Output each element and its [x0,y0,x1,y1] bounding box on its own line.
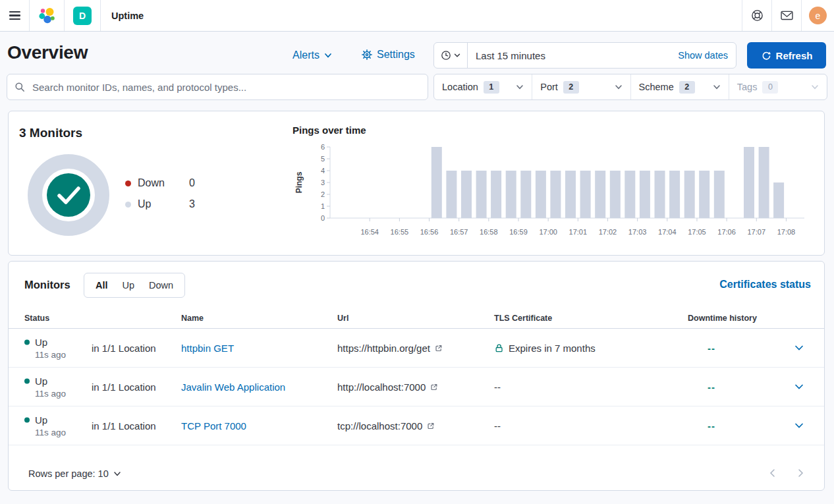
url-text: https://httpbin.org/get [337,343,430,354]
monitor-url-link[interactable]: http://localhost:7000 [337,381,438,393]
svg-text:16:59: 16:59 [509,228,528,236]
status-value: Up [35,376,47,387]
newsfeed-button[interactable] [772,0,801,31]
filter-label: Scheme [639,82,674,92]
legend-value: 3 [189,198,195,210]
legend-label: Up [138,198,189,210]
show-dates-link[interactable]: Show dates [674,49,736,61]
search-input[interactable] [31,81,420,94]
certificates-status-link[interactable]: Certificates status [719,279,811,291]
chevron-down-icon [516,83,524,91]
svg-text:1: 1 [321,202,325,210]
ping-bar [520,171,531,218]
rows-per-page-button[interactable]: Rows per page: 10 [24,468,125,480]
refresh-icon [761,51,771,61]
user-avatar[interactable]: e [809,7,827,24]
svg-text:17:02: 17:02 [599,228,617,236]
expand-row-button[interactable] [792,341,806,354]
ping-bar [491,171,501,218]
svg-text:16:56: 16:56 [420,228,439,236]
monitors-panel: Monitors AllUpDown Certificates status S… [8,261,825,491]
settings-button[interactable]: Settings [362,49,415,61]
svg-text:17:03: 17:03 [628,228,647,236]
ping-bar [476,171,487,218]
legend-item-down: Down0 [125,176,195,190]
svg-text:17:00: 17:00 [539,228,557,236]
ping-bar [744,147,754,218]
clock-icon [441,50,451,61]
filter-port[interactable]: Port2 [532,74,630,99]
ping-bar [773,182,784,218]
tab-down[interactable]: Down [142,280,181,291]
filter-count-badge: 2 [563,81,579,94]
svg-text:17:04: 17:04 [658,228,677,236]
ping-bar [669,171,680,218]
rows-per-page-label: Rows per page: 10 [28,468,109,479]
alerts-label: Alerts [292,49,320,61]
monitor-name-link[interactable]: httpbin GET [181,343,234,354]
tab-up[interactable]: Up [115,280,142,291]
status-value: Up [35,414,47,426]
filter-scheme[interactable]: Scheme2 [630,74,729,99]
quick-select-time-button[interactable] [434,43,468,68]
filter-location[interactable]: Location1 [434,74,532,99]
refresh-button[interactable]: Refresh [747,42,826,69]
chevron-down-icon [794,343,804,353]
status-cell: Up11s ago [24,337,66,360]
tls-certificate-cell: -- [494,381,501,393]
monitor-name-link[interactable]: Javalin Web Application [181,381,285,393]
expand-row-button[interactable] [792,419,806,432]
downtime-history-cell: -- [708,381,715,393]
filter-label: Location [442,82,478,92]
filter-tags[interactable]: Tags0 [729,74,827,99]
monitor-url-link[interactable]: tcp://localhost:7000 [337,420,435,432]
status-cell: Up11s ago [24,414,66,437]
chart-title: Pings over time [292,125,366,136]
search-box [7,74,428,100]
last-check-time: 11s ago [35,428,66,437]
tls-text: -- [494,420,501,432]
monitor-name-link[interactable]: TCP Port 7000 [181,420,246,432]
status-filter-tabs: AllUpDown [84,273,185,298]
monitors-count-title: 3 Monitors [19,126,82,140]
filter-label: Port [540,82,558,92]
legend-value: 0 [189,177,195,189]
ping-bar [625,171,635,218]
svg-text:17:08: 17:08 [777,228,796,236]
time-range-value[interactable]: Last 15 minutes [468,50,674,61]
deployment-badge[interactable]: D [65,0,100,31]
up-status-dot [24,378,30,383]
ping-bar [536,171,546,218]
gear-icon [362,49,372,60]
ping-bar [595,171,605,218]
chevron-down-icon [454,52,460,59]
svg-text:16:58: 16:58 [480,228,498,236]
chevron-down-icon [324,51,332,59]
svg-text:17:06: 17:06 [717,228,736,236]
status-cell: Up11s ago [24,376,66,399]
tab-all[interactable]: All [88,280,115,291]
chevron-down-icon [794,381,804,392]
external-link-icon [427,422,435,430]
menu-button[interactable] [0,0,29,31]
svg-text:3: 3 [321,179,325,186]
monitor-url-link[interactable]: https://httpbin.org/get [337,343,443,354]
elastic-logo[interactable] [30,0,64,31]
envelope-icon [781,11,793,20]
next-page-button[interactable] [794,466,807,480]
monitors-section-title: Monitors [24,279,70,291]
table-row: Up11s agoin 1/1 LocationTCP Port 7000tcp… [9,406,824,445]
url-text: tcp://localhost:7000 [337,420,422,432]
date-picker: Last 15 minutes Show dates [433,42,737,69]
location-cell: in 1/1 Location [92,381,156,393]
chevron-right-icon [795,468,806,478]
svg-text:16:57: 16:57 [450,228,468,236]
ping-bar [431,147,442,218]
alerts-dropdown-button[interactable]: Alerts [292,49,332,61]
uptime-app: D Uptime e Overview Alerts [0,0,834,504]
expand-row-button[interactable] [792,380,806,393]
ping-bar [610,171,621,218]
help-button[interactable] [742,0,771,31]
column-header-name: Name [181,314,204,323]
previous-page-button[interactable] [766,466,779,480]
